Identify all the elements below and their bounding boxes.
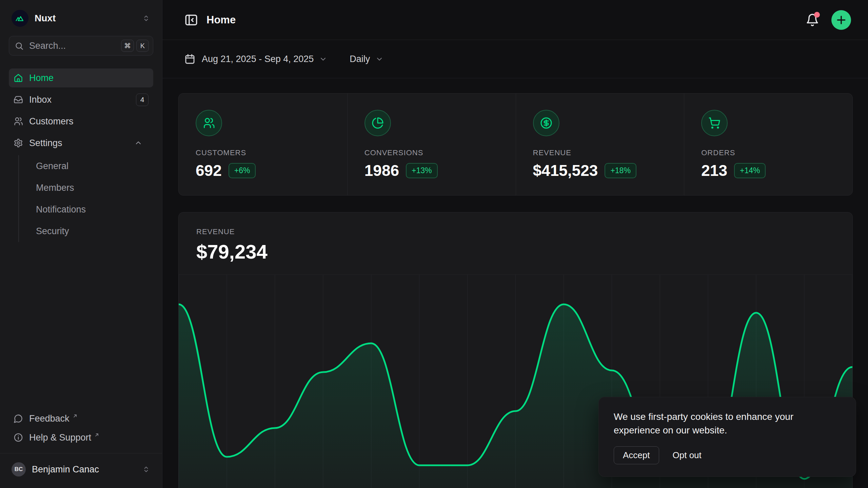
- filters-toolbar: Aug 21, 2025 - Sep 4, 2025 Daily: [162, 40, 868, 78]
- stat-delta-badge: +6%: [229, 163, 256, 178]
- workspace-name: Nuxt: [35, 13, 142, 24]
- side-link-label: Feedback: [29, 413, 70, 424]
- sidebar-item-settings[interactable]: Settings: [9, 134, 153, 152]
- avatar: BC: [12, 462, 26, 476]
- sidebar-item-notifications[interactable]: Notifications: [19, 199, 153, 220]
- sidebar-item-security[interactable]: Security: [19, 220, 153, 242]
- date-range-label: Aug 21, 2025 - Sep 4, 2025: [202, 54, 314, 64]
- sidebar-item-label: Customers: [29, 116, 74, 127]
- stat-label: REVENUE: [533, 148, 667, 157]
- page-title: Home: [206, 14, 806, 26]
- kbd-command: ⌘: [121, 40, 134, 52]
- settings-submenu: General Members Notifications Security: [18, 155, 153, 242]
- sidebar-nav: Home Inbox 4 Customers Settings: [9, 68, 153, 242]
- chevron-down-icon: [375, 55, 383, 63]
- sidebar-item-general[interactable]: General: [19, 155, 153, 177]
- info-circle-icon: [14, 433, 23, 442]
- chat-bubble-icon: [14, 414, 23, 423]
- feedback-link[interactable]: Feedback: [9, 409, 153, 428]
- inbox-icon: [14, 95, 23, 104]
- stat-label: CUSTOMERS: [196, 148, 330, 157]
- revenue-chart-value: $79,234: [196, 240, 835, 263]
- stat-delta-badge: +18%: [605, 163, 636, 178]
- workspace-switcher[interactable]: Nuxt: [9, 9, 153, 28]
- nuxt-logo-icon: [12, 10, 28, 27]
- search-placeholder: Search...: [29, 41, 119, 51]
- revenue-chart-label: REVENUE: [196, 227, 835, 236]
- notifications-bell-icon[interactable]: [806, 13, 819, 27]
- sidebar-item-label: Home: [29, 73, 54, 83]
- stat-value: 692: [196, 161, 222, 180]
- cookie-message: We use first-party cookies to enhance yo…: [614, 410, 824, 438]
- stat-card-conversions: CONVERSIONS 1986 +13%: [347, 94, 516, 196]
- chevron-up-down-icon: [142, 465, 151, 474]
- chevron-up-icon[interactable]: [134, 139, 142, 147]
- stat-label: CONVERSIONS: [364, 148, 499, 157]
- sidebar-item-inbox[interactable]: Inbox 4: [9, 90, 153, 109]
- sidebar: Nuxt Search... ⌘ K Home Inbox 4: [0, 0, 162, 488]
- stat-card-orders: ORDERS 213 +14%: [684, 94, 852, 196]
- granularity-select[interactable]: Daily: [350, 54, 383, 64]
- search-input[interactable]: Search... ⌘ K: [9, 36, 153, 56]
- home-icon: [14, 73, 23, 83]
- stat-label: ORDERS: [701, 148, 835, 157]
- sidebar-item-members[interactable]: Members: [19, 177, 153, 199]
- dollar-circle-icon: [533, 110, 559, 136]
- users-icon: [196, 110, 222, 136]
- notification-dot: [814, 12, 820, 18]
- pie-chart-icon: [364, 110, 391, 136]
- stats-grid: CUSTOMERS 692 +6% CONVERSIONS 1986 +13%: [178, 93, 853, 196]
- sidebar-divider: [0, 453, 162, 453]
- search-icon: [15, 41, 24, 50]
- stat-value: $415,523: [533, 161, 598, 180]
- stat-value: 213: [701, 161, 727, 180]
- user-name: Benjamin Canac: [32, 464, 142, 475]
- stat-card-customers: CUSTOMERS 692 +6%: [179, 94, 347, 196]
- kbd-k: K: [136, 40, 149, 52]
- page-header: Home: [162, 0, 868, 40]
- add-button[interactable]: [831, 10, 851, 30]
- sidebar-item-label: Inbox: [29, 95, 52, 105]
- cart-icon: [701, 110, 728, 136]
- chevron-down-icon: [319, 55, 327, 63]
- gear-icon: [14, 138, 23, 148]
- side-link-label: Help & Support: [29, 432, 91, 443]
- help-support-link[interactable]: Help & Support: [9, 428, 153, 447]
- external-link-icon: [72, 413, 78, 419]
- cookie-banner: We use first-party cookies to enhance yo…: [598, 397, 856, 477]
- chevron-up-down-icon: [142, 14, 151, 23]
- calendar-icon: [184, 53, 196, 65]
- external-link-icon: [94, 432, 100, 438]
- stat-delta-badge: +14%: [734, 163, 766, 178]
- granularity-label: Daily: [350, 54, 370, 64]
- sidebar-item-customers[interactable]: Customers: [9, 112, 153, 131]
- date-range-picker[interactable]: Aug 21, 2025 - Sep 4, 2025: [184, 53, 327, 65]
- collapse-sidebar-icon[interactable]: [184, 13, 198, 27]
- sidebar-item-home[interactable]: Home: [9, 68, 153, 87]
- stat-delta-badge: +13%: [406, 163, 437, 178]
- inbox-count-badge: 4: [136, 94, 149, 106]
- users-icon: [14, 117, 23, 126]
- stat-card-revenue: REVENUE $415,523 +18%: [516, 94, 684, 196]
- opt-out-button[interactable]: Opt out: [673, 450, 702, 461]
- user-menu[interactable]: BC Benjamin Canac: [9, 459, 153, 480]
- stat-value: 1986: [364, 161, 399, 180]
- accept-button[interactable]: Accept: [614, 446, 659, 464]
- sidebar-item-label: Settings: [29, 138, 62, 148]
